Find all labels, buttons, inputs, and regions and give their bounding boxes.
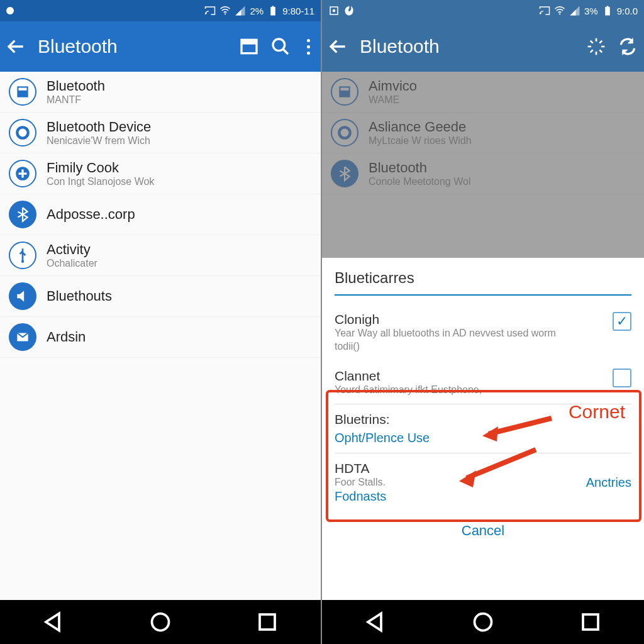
battery-icon <box>602 5 613 16</box>
speaker-icon <box>9 282 36 310</box>
checkbox-checked-icon[interactable]: ✓ <box>613 312 631 331</box>
settings-dialog: Blueticarres Clonigh Year Way all blueto… <box>322 258 644 600</box>
nav-home-icon[interactable] <box>472 611 494 633</box>
list-item-title: Bluetooth Device <box>47 119 151 135</box>
status-bar: 2% 9:80-11 <box>0 0 321 21</box>
nav-bar <box>322 600 644 644</box>
back-icon[interactable] <box>328 36 348 57</box>
square-dot-icon <box>328 5 340 16</box>
list-item[interactable]: Bluethouts <box>0 276 321 317</box>
list-item-sub: Nenicavie'W frem Wich <box>47 135 151 147</box>
refresh-icon[interactable] <box>618 36 638 57</box>
nav-recent-icon[interactable] <box>579 611 602 633</box>
list-item-title: Ardsin <box>47 329 86 345</box>
nav-back-icon[interactable] <box>42 611 65 633</box>
svg-point-10 <box>21 260 24 263</box>
list-item[interactable]: Fimily CookCon Ingt Slanojose Wok <box>0 153 321 194</box>
svg-point-12 <box>152 614 169 631</box>
list-item-sub: MANTF <box>47 94 105 106</box>
arrow-icon <box>479 415 555 447</box>
svg-point-15 <box>333 9 336 13</box>
svg-point-8 <box>17 127 28 138</box>
more-icon[interactable] <box>302 39 314 55</box>
svg-rect-4 <box>242 40 257 44</box>
status-bar: 3% 9:0.0 <box>322 0 644 21</box>
status-time: 9:0.0 <box>617 6 638 16</box>
app-bar: Bluetooth <box>0 21 321 72</box>
option-title: Clannet <box>335 369 482 384</box>
list-item[interactable]: ActivityOchalicater <box>0 235 321 276</box>
cast-icon <box>539 5 550 16</box>
list-item-title: Bluethouts <box>47 288 112 304</box>
app-bar: Bluetooth <box>322 21 644 72</box>
svg-point-16 <box>559 13 560 14</box>
phone-left: 2% 9:80-11 Bluetooth BluetoothMANTF Blue… <box>0 0 322 644</box>
svg-point-5 <box>273 39 285 51</box>
back-icon[interactable] <box>6 36 26 57</box>
page-title: Bluetooth <box>38 36 228 57</box>
dialog-title: Blueticarres <box>335 269 631 287</box>
checkbox-unchecked-icon[interactable] <box>613 369 631 387</box>
wifi-icon <box>219 5 231 16</box>
list-item[interactable]: Adposse..corp <box>0 194 321 235</box>
status-pct: 2% <box>250 6 264 16</box>
annotation-label: Cornet <box>569 401 625 423</box>
status-time: 9:80-11 <box>282 6 314 16</box>
nav-recent-icon[interactable] <box>256 611 279 633</box>
arrow-icon <box>454 447 542 491</box>
signal-icon <box>569 5 580 16</box>
list-item-sub: Con Ingt Slanojose Wok <box>47 176 154 187</box>
svg-rect-18 <box>606 6 608 8</box>
nav-home-icon[interactable] <box>149 611 172 633</box>
list-item-title: Fimily Cook <box>47 160 154 176</box>
svg-rect-23 <box>583 614 598 630</box>
spark-icon[interactable] <box>586 36 606 57</box>
option-row[interactable]: Clonigh Year Way all bluetooths in AD ne… <box>335 304 631 361</box>
svg-rect-2 <box>272 6 274 8</box>
option-sub: Year Way all bluetooths in AD nevvest us… <box>335 327 580 353</box>
list-item[interactable]: Bluetooth DeviceNenicavie'W frem Wich <box>0 113 321 153</box>
mail-icon <box>9 323 36 351</box>
svg-rect-17 <box>605 7 610 16</box>
window-icon <box>9 78 36 106</box>
page-title: Bluetooth <box>360 36 575 57</box>
ring-icon <box>9 119 36 147</box>
svg-point-22 <box>474 614 491 631</box>
cast-icon <box>204 5 216 16</box>
status-pct: 3% <box>584 6 598 16</box>
divider <box>335 294 631 296</box>
window-icon[interactable] <box>239 36 259 57</box>
nav-bar <box>0 600 321 644</box>
list-item[interactable]: Ardsin <box>0 317 321 358</box>
svg-rect-7 <box>19 88 27 91</box>
list-item-title: Activity <box>47 242 97 258</box>
bluetooth-icon <box>9 201 36 228</box>
notification-dot-icon <box>6 7 14 14</box>
cancel-button[interactable]: Cancel <box>462 523 504 539</box>
signal-icon <box>235 5 246 16</box>
search-icon[interactable] <box>270 36 291 57</box>
svg-rect-1 <box>270 7 275 16</box>
option-title: Clonigh <box>335 312 580 327</box>
wifi-icon <box>554 5 565 16</box>
list-item-title: Adposse..corp <box>47 206 135 223</box>
list-item-title: Bluetooth <box>47 78 105 94</box>
plus-icon <box>9 160 36 187</box>
svg-rect-13 <box>260 614 275 630</box>
flame-icon <box>343 5 355 16</box>
svg-point-0 <box>225 13 226 14</box>
nav-back-icon[interactable] <box>364 611 387 633</box>
phone-right: 3% 9:0.0 Bluetooth AimvicoWAME Asliance … <box>322 0 644 644</box>
battery-icon <box>267 5 279 16</box>
list-item-sub: Ochalicater <box>47 258 97 269</box>
usb-icon <box>9 242 36 269</box>
device-list[interactable]: BluetoothMANTF Bluetooth DeviceNenicavie… <box>0 72 321 600</box>
list-item[interactable]: BluetoothMANTF <box>0 72 321 113</box>
